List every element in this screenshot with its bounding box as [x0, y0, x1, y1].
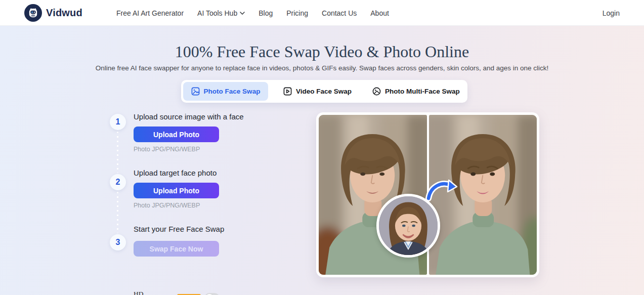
brand-logo[interactable]: Vidwud [24, 4, 82, 22]
step-1-number: 1 [110, 114, 126, 130]
hd-option-row: HD Available 1080P [134, 290, 220, 295]
step-connector [117, 132, 118, 173]
page: Vidwud Free AI Art Generator AI Tools Hu… [0, 0, 644, 295]
step-connector [117, 192, 118, 233]
hd-toggle[interactable] [204, 293, 220, 295]
nav-free-ai-art-generator[interactable]: Free AI Art Generator [116, 9, 184, 17]
step-1-label: Upload source image with a face [134, 112, 244, 121]
brand-name: Vidwud [46, 7, 82, 19]
hd-available-label: HD Available [134, 290, 164, 295]
photo-icon [191, 87, 200, 96]
main-nav: Free AI Art Generator AI Tools Hub Blog … [116, 0, 389, 26]
tab-label: Photo Face Swap [204, 88, 261, 95]
tab-photo-multi-face-swap[interactable]: Photo Multi-Face Swap [367, 82, 465, 101]
multi-face-icon [372, 87, 381, 96]
hero-section: 100% Free Face Swap Video & Photo Online… [0, 26, 644, 295]
page-subtitle: Online free AI face swapper for anyone t… [0, 64, 644, 72]
tab-photo-face-swap[interactable]: Photo Face Swap [183, 82, 268, 101]
step-1-caption: Photo JPG/PNG/WEBP [134, 146, 200, 153]
source-face-thumbnail [376, 194, 440, 258]
swap-face-now-button[interactable]: Swap Face Now [134, 241, 219, 257]
top-navbar: Vidwud Free AI Art Generator AI Tools Hu… [0, 0, 644, 26]
step-3-number: 3 [110, 234, 126, 250]
upload-target-photo-button[interactable]: Upload Photo [134, 183, 219, 198]
nav-blog[interactable]: Blog [259, 9, 273, 17]
step-3-label: Start your Free Face Swap [134, 225, 224, 233]
mode-tabbar: Photo Face Swap Video Face Swap Photo Mu… [181, 80, 467, 103]
steps-panel: 1 Upload source image with a face Upload… [110, 112, 220, 279]
step-2-label: Upload target face photo [134, 168, 217, 177]
page-title: 100% Free Face Swap Video & Photo Online [0, 43, 644, 61]
step-2-number: 2 [110, 174, 126, 190]
upload-source-photo-button[interactable]: Upload Photo [134, 127, 219, 142]
tab-label: Video Face Swap [296, 88, 352, 95]
step-2-caption: Photo JPG/PNG/WEBP [134, 202, 200, 209]
login-button[interactable]: Login [603, 0, 620, 26]
nav-ai-tools-hub[interactable]: AI Tools Hub [197, 9, 245, 17]
nav-about[interactable]: About [370, 9, 389, 17]
swap-arrow-icon [425, 177, 459, 201]
chevron-down-icon [240, 12, 245, 15]
video-icon [283, 87, 292, 96]
tab-label: Photo Multi-Face Swap [385, 88, 460, 95]
nav-contact-us[interactable]: Contact Us [322, 9, 357, 17]
vidwud-logo-icon [24, 4, 42, 22]
tab-video-face-swap[interactable]: Video Face Swap [268, 82, 367, 101]
face-swap-preview-card [316, 112, 539, 277]
nav-pricing[interactable]: Pricing [286, 9, 308, 17]
